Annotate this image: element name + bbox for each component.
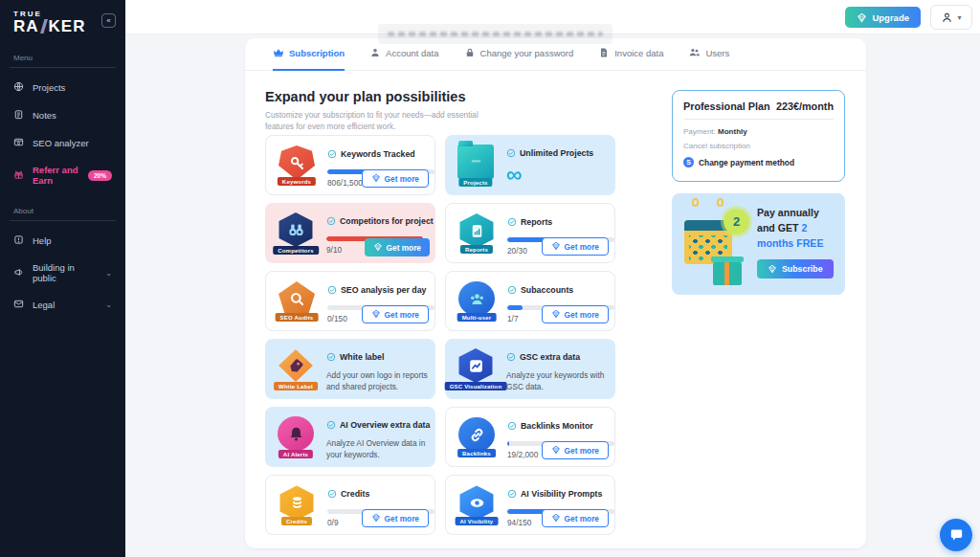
invoice-icon <box>598 47 610 60</box>
upgrade-label: Upgrade <box>872 12 909 23</box>
get-more-button[interactable]: Get more <box>362 305 429 323</box>
about-section-label: About <box>0 207 125 220</box>
chevron-down-icon: ⌄ <box>105 269 112 278</box>
notes-icon <box>13 109 24 122</box>
logo-right: KER <box>49 18 86 34</box>
plan-price: 223€/month <box>776 100 834 112</box>
infinity-symbol: ∞ <box>506 164 608 186</box>
sidebar-item-seo-analyzer[interactable]: SEO analyzer <box>0 129 125 157</box>
feature-title: AI Visibility Prompts <box>521 489 602 499</box>
logo-main-text: RA KER <box>13 18 114 34</box>
divider <box>10 220 116 221</box>
get-more-button[interactable]: Get more <box>542 441 609 459</box>
feature-card-seo-analysis-per-day: SEO AuditsSEO analysis per day0/150Get m… <box>265 271 435 331</box>
logo-left: RA <box>13 18 39 34</box>
report-icon <box>458 213 495 248</box>
tab-subscription[interactable]: Subscription <box>273 38 345 71</box>
payment-label: Payment: <box>683 127 716 136</box>
check-icon <box>507 281 517 299</box>
feature-badge: Backlinks <box>454 414 500 459</box>
chat-widget-button[interactable] <box>940 519 972 551</box>
badge-ribbon-label: Backlinks <box>457 449 496 457</box>
sidebar-item-label: Help <box>33 235 52 246</box>
folder-icon <box>457 145 494 179</box>
promo-line-2-dark: and GET <box>757 222 799 234</box>
sidebar-item-legal[interactable]: Legal⌄ <box>0 291 125 319</box>
coins-icon <box>278 485 315 520</box>
badge-ribbon-label: White Label <box>274 382 318 390</box>
sidebar-item-label: Notes <box>33 110 56 121</box>
menu-nav: ProjectsNotesSEO analyzerReferr and Earn… <box>0 74 125 193</box>
get-more-label: Get more <box>387 243 421 253</box>
get-more-button[interactable]: Get more <box>542 237 609 256</box>
sidebar-collapse-button[interactable]: « <box>101 13 116 28</box>
chevron-down-icon: ▾ <box>957 13 961 22</box>
feature-badge: AI Alerts <box>273 413 319 460</box>
sidebar-item-building-in-public[interactable]: Building in public⌄ <box>0 255 125 291</box>
upgrade-button[interactable]: Upgrade <box>845 7 921 28</box>
check-icon <box>327 145 337 163</box>
get-more-button[interactable]: Get more <box>542 509 609 527</box>
get-more-button[interactable]: Get more <box>542 305 609 323</box>
gift-illustration <box>713 262 742 285</box>
badge-ribbon-label: SEO Audits <box>276 313 319 322</box>
check-icon <box>506 348 516 366</box>
feature-title: Credits <box>341 489 369 499</box>
divider <box>10 67 116 68</box>
feature-badge: Multi-user <box>454 278 500 323</box>
sidebar-item-referr-and-earn[interactable]: Referr and Earn20% <box>0 157 125 193</box>
tag-icon <box>278 348 314 383</box>
check-icon <box>326 348 336 366</box>
annual-promo-card: 2 Pay annually and GET 2 months FREE Sub… <box>672 193 845 295</box>
chat-icon <box>948 527 965 544</box>
tab-users[interactable]: Users <box>688 38 729 71</box>
feature-badge: Projects <box>453 142 499 189</box>
promo-line-3: months FREE <box>757 236 836 252</box>
gem-icon <box>551 513 561 524</box>
sidebar-item-notes[interactable]: Notes <box>0 101 125 129</box>
get-more-button[interactable]: Get more <box>362 509 429 527</box>
gem-icon <box>857 12 867 23</box>
profile-menu-button[interactable]: ▾ <box>930 5 972 30</box>
users-icon <box>688 46 701 60</box>
feature-description: Analyze AI Overview data in your keyword… <box>326 438 439 460</box>
badge-ribbon-label: Reports <box>460 245 493 254</box>
two-months-badge: 2 <box>724 209 749 234</box>
settings-panel: SubscriptionAccount dataChange your pass… <box>245 38 866 548</box>
promo-line-2: and GET 2 <box>757 221 836 236</box>
promo-line-1: Pay annually <box>757 206 836 221</box>
check-icon <box>506 145 516 162</box>
check-icon <box>327 281 337 299</box>
check-icon <box>507 485 517 502</box>
badge-ribbon-label: AI Visibility <box>456 517 499 525</box>
feature-card-backlinks-monitor: BacklinksBacklinks Monitor19/2,000Get mo… <box>445 407 615 467</box>
badge-ribbon-label: Projects <box>458 178 492 187</box>
tab-label: Change your password <box>480 48 574 58</box>
payment-value: Monthly <box>718 127 747 136</box>
magnifier-icon <box>278 281 315 316</box>
percent-badge: 20% <box>88 170 112 181</box>
feature-badge: White Label <box>273 345 319 392</box>
check-icon <box>507 417 517 434</box>
page-subtitle: Customize your subscription to fit your … <box>265 109 504 132</box>
lock-icon <box>464 47 476 60</box>
gem-icon <box>551 445 561 457</box>
sidebar-item-label: Projects <box>33 82 65 93</box>
feature-title: Reports <box>521 217 552 227</box>
gem-icon <box>373 242 383 254</box>
feature-card-unlimited-projects: ProjectsUnlimited Projects∞ <box>445 135 615 195</box>
cancel-subscription-link[interactable]: Cancel subscription <box>683 142 834 150</box>
get-more-button[interactable]: Get more <box>362 169 429 188</box>
change-payment-method-link[interactable]: S Change payment method <box>683 157 834 167</box>
subscribe-button[interactable]: Subscribe <box>757 259 834 278</box>
get-more-label: Get more <box>565 242 599 252</box>
get-more-label: Get more <box>565 514 599 524</box>
chart-icon <box>457 348 494 383</box>
promo-line-2-highlight: 2 <box>802 222 808 234</box>
get-more-label: Get more <box>565 310 599 320</box>
get-more-button[interactable]: Get more <box>365 238 430 256</box>
feature-card-ai-visibility-prompts: AI VisibilityAI Visibility Prompts94/150… <box>445 475 615 535</box>
sidebar-item-projects[interactable]: Projects <box>0 74 125 101</box>
sidebar-item-help[interactable]: Help <box>0 227 125 255</box>
get-more-label: Get more <box>565 446 599 456</box>
